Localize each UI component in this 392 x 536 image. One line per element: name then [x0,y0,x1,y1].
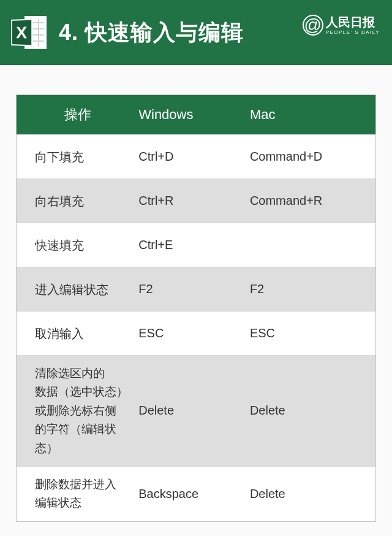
cell-operation: 清除选区内的 数据（选中状态） 或删除光标右侧 的字符（编辑状态） [17,364,138,458]
cell-windows: Ctrl+D [138,150,250,164]
brand-badge: @ 人民日报 PEOPLE' S DAILY [303,15,380,36]
cell-mac: Command+R [250,194,375,208]
cell-mac: Delete [250,404,375,418]
cell-operation: 向右填充 [17,191,138,211]
table-header: 操作 Windows Mac [17,95,375,134]
table-row: 向右填充Ctrl+RCommand+R [17,178,375,223]
table-row: 清除选区内的 数据（选中状态） 或删除光标右侧 的字符（编辑状态）DeleteD… [17,355,375,466]
cell-operation: 删除数据并进入 编辑状态 [17,475,138,513]
cell-mac: F2 [250,282,375,296]
shortcut-table: 操作 Windows Mac 向下填充Ctrl+DCommand+D向右填充Ct… [16,94,376,522]
th-operation: 操作 [17,105,138,124]
cell-mac: Command+D [250,150,375,164]
table-row: 向下填充Ctrl+DCommand+D [17,134,375,178]
page-title: 4. 快速输入与编辑 [59,18,244,48]
th-windows: Windows [138,107,250,123]
cell-windows: Backspace [138,487,250,501]
cell-mac: Delete [250,487,375,501]
table-row: 快速填充Ctrl+E [17,223,375,267]
cell-operation: 向下填充 [17,147,138,167]
brand-name-cn: 人民日报 [326,15,380,29]
content-area: 操作 Windows Mac 向下填充Ctrl+DCommand+D向右填充Ct… [0,65,392,522]
table-row: 删除数据并进入 编辑状态BackspaceDelete [17,466,375,521]
cell-windows: Delete [138,404,250,418]
table-body: 向下填充Ctrl+DCommand+D向右填充Ctrl+RCommand+R快速… [17,134,375,521]
table-row: 取消输入ESCESC [17,311,375,355]
cell-windows: F2 [138,282,250,296]
cell-windows: Ctrl+E [138,238,250,252]
cell-mac: ESC [250,326,375,340]
header: X 4. 快速输入与编辑 @ 人民日报 PEOPLE' S DAILY [0,0,392,65]
brand-name-en: PEOPLE' S DAILY [326,29,380,36]
cell-operation: 取消输入 [17,324,138,343]
excel-icon: X [11,16,47,49]
cell-operation: 进入编辑状态 [17,280,138,299]
th-mac: Mac [250,107,375,123]
excel-icon-letter: X [16,23,27,43]
cell-operation: 快速填充 [17,235,138,255]
table-row: 进入编辑状态F2F2 [17,267,375,311]
at-icon: @ [303,15,323,36]
cell-windows: ESC [138,326,250,340]
cell-windows: Ctrl+R [138,194,250,208]
